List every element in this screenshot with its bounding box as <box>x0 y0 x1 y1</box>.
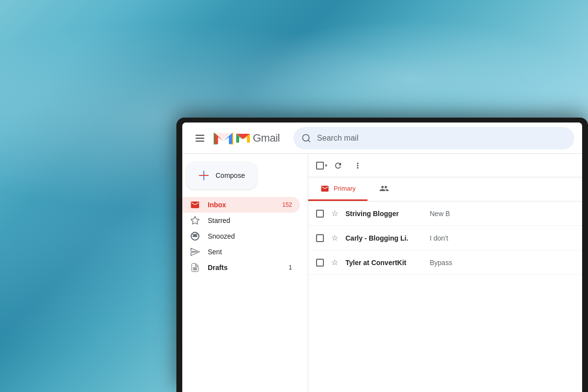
gmail-icon <box>235 132 251 144</box>
hamburger-line-1 <box>196 135 204 136</box>
sidebar-item-drafts[interactable]: Drafts 1 <box>182 260 300 275</box>
search-bar[interactable]: Search mail <box>294 127 574 149</box>
starred-label: Starred <box>208 217 292 224</box>
email-sender-3: Tyler at ConvertKit <box>345 259 424 267</box>
email-sender-2: Carly - Blogging Li. <box>345 234 424 242</box>
sidebar-item-inbox[interactable]: Inbox 152 <box>182 197 300 213</box>
gmail-wordmark: Gmail <box>253 132 280 145</box>
primary-tab-icon <box>320 184 330 194</box>
email-list: ☆ Striving Blogger New B ☆ Carly - Blogg… <box>308 201 582 392</box>
primary-tab-label: Primary <box>334 185 356 192</box>
inbox-icon <box>190 200 200 210</box>
search-icon <box>301 133 311 143</box>
sidebar: Compose Inbox 152 <box>182 154 308 392</box>
snoozed-icon <box>190 231 200 241</box>
drafts-count: 1 <box>289 264 292 271</box>
refresh-button[interactable] <box>329 157 347 174</box>
inbox-count: 152 <box>282 201 292 208</box>
hamburger-line-2 <box>196 138 204 139</box>
sidebar-item-sent[interactable]: Sent <box>182 244 300 260</box>
email-preview-3: Bypass <box>430 259 574 267</box>
star-icon <box>190 216 200 225</box>
toolbar: ▾ <box>308 154 582 177</box>
email-sender-1: Striving Blogger <box>345 210 424 218</box>
device-frame: Gmail Search mail Compose <box>176 118 588 392</box>
gmail-m-icon <box>214 131 233 146</box>
hamburger-menu-button[interactable] <box>190 128 210 148</box>
email-star-3[interactable]: ☆ <box>330 258 340 268</box>
select-all-checkbox[interactable] <box>316 162 324 170</box>
gmail-body: Compose Inbox 152 <box>182 154 582 392</box>
gmail-logo: Gmail <box>214 131 280 146</box>
sent-icon <box>190 247 200 257</box>
screen-bezel: Gmail Search mail Compose <box>182 122 582 392</box>
compose-label: Compose <box>216 172 245 179</box>
select-all-wrapper[interactable]: ▾ <box>316 162 327 170</box>
email-checkbox-2[interactable] <box>316 234 324 242</box>
tab-primary[interactable]: Primary <box>308 177 368 201</box>
email-star-2[interactable]: ☆ <box>330 233 340 243</box>
hamburger-line-3 <box>196 141 204 142</box>
search-placeholder-text: Search mail <box>317 134 358 143</box>
email-preview-1: New B <box>430 210 574 218</box>
tab-social[interactable] <box>368 177 401 201</box>
snoozed-label: Snoozed <box>208 232 292 240</box>
gmail-header: Gmail Search mail <box>182 122 582 154</box>
inbox-label: Inbox <box>208 201 274 209</box>
drafts-icon <box>190 263 200 272</box>
drafts-label: Drafts <box>208 264 281 271</box>
email-checkbox-1[interactable] <box>316 210 324 218</box>
email-preview-2: I don't <box>430 234 574 242</box>
social-tab-icon <box>379 184 389 194</box>
tabs-bar: Primary <box>308 177 582 201</box>
email-row[interactable]: ☆ Carly - Blogging Li. I don't <box>308 226 582 250</box>
compose-plus-icon <box>198 170 210 181</box>
email-checkbox-3[interactable] <box>316 259 324 267</box>
select-dropdown-arrow[interactable]: ▾ <box>325 163 327 168</box>
main-content: ▾ <box>308 154 582 392</box>
sidebar-item-starred[interactable]: Starred <box>182 213 300 228</box>
email-row[interactable]: ☆ Tyler at ConvertKit Bypass <box>308 250 582 275</box>
sidebar-item-snoozed[interactable]: Snoozed <box>182 228 300 244</box>
more-options-button[interactable] <box>349 157 367 174</box>
gmail-interface: Gmail Search mail Compose <box>182 122 582 392</box>
email-row[interactable]: ☆ Striving Blogger New B <box>308 201 582 226</box>
email-star-1[interactable]: ☆ <box>330 209 340 219</box>
compose-button[interactable]: Compose <box>186 162 257 189</box>
sent-label: Sent <box>208 248 292 256</box>
